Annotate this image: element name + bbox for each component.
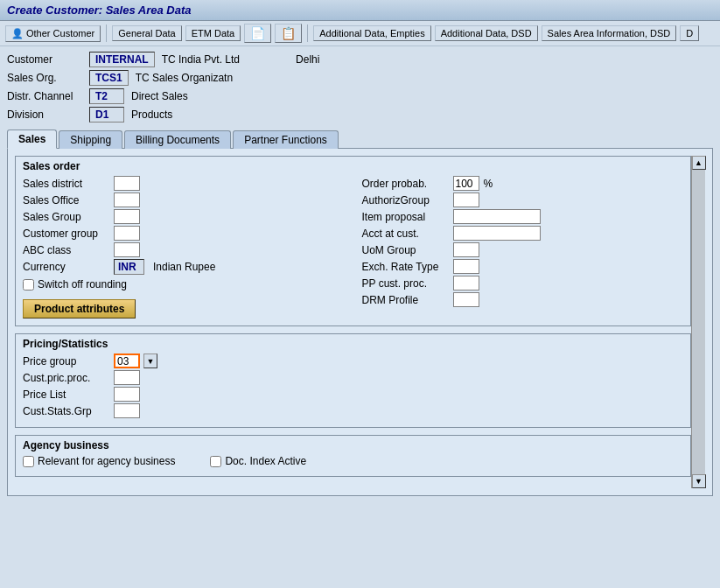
acct-at-cust-field: Acct at cust. <box>362 226 684 241</box>
tabs: Sales Shipping Billing Documents Partner… <box>7 130 713 149</box>
scroll-down-button[interactable]: ▼ <box>692 474 706 488</box>
general-data-button[interactable]: General Data <box>112 25 181 41</box>
authoriz-group-input[interactable] <box>453 192 479 207</box>
abc-class-label: ABC class <box>23 244 110 256</box>
division-label: Division <box>7 108 86 121</box>
authoriz-group-field: AuthorizGroup <box>362 192 684 207</box>
order-probab-label: Order probab. <box>362 178 450 190</box>
item-proposal-label: Item proposal <box>362 211 450 223</box>
sales-group-label: Sales Group <box>23 211 110 223</box>
customer-name: TC India Pvt. Ltd <box>162 53 240 66</box>
scroll-track[interactable] <box>692 170 705 474</box>
drm-profile-label: DRM Profile <box>362 294 450 306</box>
division-value: D1 <box>89 107 124 122</box>
percent-symbol: % <box>484 178 493 190</box>
toolbar-separator-2 <box>307 24 308 42</box>
exch-rate-type-field: Exch. Rate Type <box>362 259 684 274</box>
acct-at-cust-input[interactable] <box>453 226 541 241</box>
sales-org-label: Sales Org. <box>7 72 86 84</box>
authoriz-group-label: AuthorizGroup <box>362 194 450 206</box>
order-probab-input[interactable] <box>453 176 479 191</box>
sales-order-title: Sales order <box>23 160 683 172</box>
tab-shipping[interactable]: Shipping <box>59 130 122 149</box>
content-area: Customer INTERNAL TC India Pvt. Ltd Delh… <box>0 46 720 501</box>
relevant-agency-checkbox[interactable] <box>23 456 34 467</box>
cust-stats-grp-label: Cust.Stats.Grp <box>23 405 110 417</box>
agency-business-section: Agency business Relevant for agency busi… <box>15 435 691 477</box>
toolbar: 👤 Other Customer General Data ETM Data 📄… <box>0 21 720 46</box>
tab-sales[interactable]: Sales <box>7 130 57 149</box>
etm-data-button[interactable]: ETM Data <box>185 25 241 41</box>
currency-field: Currency INR Indian Rupee <box>23 259 345 275</box>
sales-order-section: Sales order Sales district Sales Office <box>15 156 691 326</box>
customer-value: INTERNAL <box>89 52 155 67</box>
relevant-agency-label: Relevant for agency business <box>38 455 175 467</box>
price-list-label: Price List <box>23 388 110 401</box>
other-customer-button[interactable]: 👤 Other Customer <box>5 25 101 42</box>
relevant-agency-field: Relevant for agency business <box>23 455 175 467</box>
currency-label: Currency <box>23 261 110 273</box>
sales-org-name: TC Sales Organizatn <box>136 72 233 84</box>
d-button[interactable]: D <box>680 25 699 41</box>
additional-data-dsd-button[interactable]: Additional Data, DSD <box>435 25 538 41</box>
sales-district-field: Sales district <box>23 176 345 191</box>
cust-stats-grp-field: Cust.Stats.Grp <box>23 403 683 418</box>
currency-value: INR <box>114 259 144 275</box>
division-row: Division D1 Products <box>7 107 713 122</box>
cust-pric-proc-field: Cust.pric.proc. <box>23 370 683 385</box>
price-group-field: Price group ▼ <box>23 354 683 368</box>
price-group-input[interactable] <box>114 354 140 368</box>
title-text: Create Customer: Sales Area Data <box>7 4 192 17</box>
acct-at-cust-label: Acct at cust. <box>362 228 450 240</box>
sales-order-right: Order probab. % AuthorizGroup Item propo <box>362 176 684 318</box>
person-icon: 👤 <box>11 28 24 39</box>
sales-office-input[interactable] <box>114 192 140 207</box>
drm-profile-field: DRM Profile <box>362 292 684 307</box>
customer-group-label: Customer group <box>23 228 110 240</box>
currency-text: Indian Rupee <box>153 261 215 273</box>
item-proposal-field: Item proposal <box>362 209 684 224</box>
title-bar: Create Customer: Sales Area Data <box>0 0 720 21</box>
distr-channel-label: Distr. Channel <box>7 90 86 102</box>
tab-container: Sales Shipping Billing Documents Partner… <box>7 130 713 496</box>
scroll-up-button[interactable]: ▲ <box>692 156 706 170</box>
distr-channel-name: Direct Sales <box>131 90 188 102</box>
sales-district-input[interactable] <box>114 176 140 191</box>
toolbar-separator <box>106 24 107 42</box>
exch-rate-type-input[interactable] <box>453 259 479 274</box>
pp-cust-proc-input[interactable] <box>453 276 479 290</box>
product-attributes-button[interactable]: Product attributes <box>23 299 136 318</box>
tab-partner-functions[interactable]: Partner Functions <box>233 130 339 149</box>
sales-area-info-button[interactable]: Sales Area Information, DSD <box>542 25 677 41</box>
customer-label: Customer <box>7 53 86 66</box>
pricing-statistics-title: Pricing/Statistics <box>23 338 683 350</box>
switch-off-rounding-checkbox[interactable] <box>23 279 34 290</box>
doc-index-active-checkbox[interactable] <box>210 456 221 467</box>
cust-pric-proc-input[interactable] <box>114 370 140 385</box>
order-probab-field: Order probab. % <box>362 176 684 191</box>
uom-group-field: UoM Group <box>362 242 684 257</box>
scroll-down-icon: ▼ <box>695 477 703 486</box>
sales-group-field: Sales Group <box>23 209 345 224</box>
price-list-input[interactable] <box>114 387 140 402</box>
sales-order-left: Sales district Sales Office Sales Group <box>23 176 345 318</box>
uom-group-input[interactable] <box>453 242 479 257</box>
doc-button-2[interactable]: 📋 <box>275 24 302 43</box>
abc-class-input[interactable] <box>114 242 140 257</box>
exch-rate-type-label: Exch. Rate Type <box>362 261 450 273</box>
sales-group-input[interactable] <box>114 209 140 224</box>
tab-billing-documents[interactable]: Billing Documents <box>124 130 231 149</box>
sales-org-row: Sales Org. TCS1 TC Sales Organizatn <box>7 70 713 86</box>
doc-button-1[interactable]: 📄 <box>244 24 271 43</box>
additional-data-empties-button[interactable]: Additional Data, Empties <box>313 25 430 41</box>
scroll-up-icon: ▲ <box>695 158 703 167</box>
drm-profile-input[interactable] <box>453 292 479 307</box>
pp-cust-proc-label: PP cust. proc. <box>362 277 450 290</box>
customer-group-input[interactable] <box>114 226 140 241</box>
switch-off-rounding-label: Switch off rounding <box>38 278 127 290</box>
price-group-lookup-button[interactable]: ▼ <box>143 354 157 368</box>
header-fields: Customer INTERNAL TC India Pvt. Ltd Delh… <box>7 52 713 122</box>
item-proposal-input[interactable] <box>453 209 541 224</box>
customer-row: Customer INTERNAL TC India Pvt. Ltd Delh… <box>7 52 713 67</box>
cust-stats-grp-input[interactable] <box>114 403 140 418</box>
